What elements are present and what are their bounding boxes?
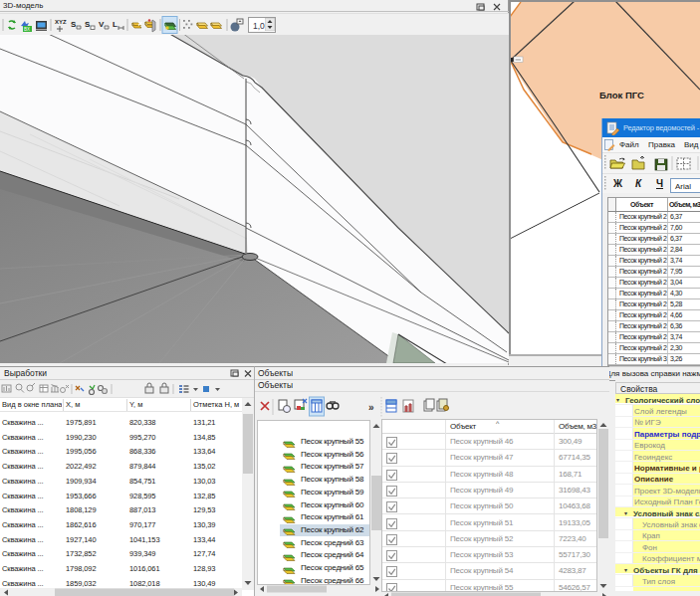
svg-text:S: S: [85, 20, 91, 29]
svg-text:L: L: [113, 20, 117, 29]
svg-text:Ч: Ч: [656, 178, 663, 189]
svg-text:S: S: [71, 20, 77, 29]
svg-text:К: К: [635, 178, 642, 189]
svg-text:Блок ПГС: Блок ПГС: [599, 90, 644, 100]
svg-text:BX: BX: [24, 27, 30, 32]
svg-text:Ж: Ж: [612, 178, 623, 189]
svg-text:»: »: [368, 402, 374, 413]
svg-text:XYZ: XYZ: [55, 19, 67, 25]
svg-text:V: V: [99, 20, 105, 29]
